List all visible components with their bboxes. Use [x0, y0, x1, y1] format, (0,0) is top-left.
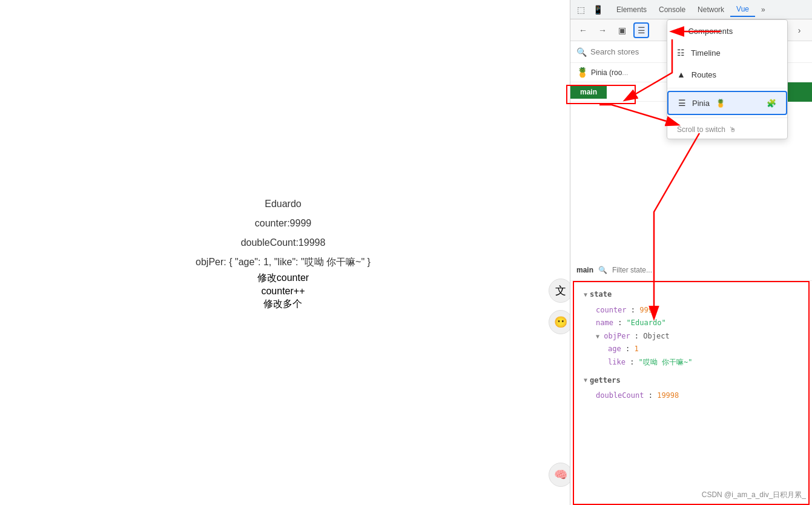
doublecount-row: doubleCount : 19998	[596, 389, 799, 403]
main-content-area: Eduardo counter:9999 doubleCount:19998 o…	[0, 0, 566, 505]
like-key: like	[608, 358, 626, 366]
age-key: age	[608, 345, 621, 353]
colon4: :	[626, 345, 634, 353]
name-key: name	[596, 319, 613, 327]
colon6: :	[649, 391, 657, 400]
forward-button[interactable]: →	[595, 22, 610, 38]
objper-row: ▼ objPer : Object	[596, 330, 799, 343]
devtools-toolbar-icons: ⬚ 📱	[574, 3, 604, 16]
pinia-menu-icon: ☰	[678, 98, 686, 108]
modify-counter-button[interactable]: 修改counter	[257, 272, 309, 285]
tab-vue[interactable]: Vue	[730, 2, 755, 17]
dropdown-menu: □ Components ☷ Timeline ▲ Routes ☰ Pinia…	[667, 19, 788, 139]
like-value: "哎呦 你干嘛~"	[639, 358, 693, 366]
state-section: ▼ state	[584, 288, 799, 302]
filter-row: main 🔍	[570, 259, 812, 281]
objper-type: Object	[643, 332, 669, 340]
counter-increment-button[interactable]: counter++	[261, 286, 305, 297]
pinia-dots: ...	[622, 68, 628, 77]
more-icon: ›	[798, 25, 801, 35]
devtools-tabs: Elements Console Network Vue »	[610, 2, 771, 17]
name-value: "Eduardo"	[627, 319, 666, 327]
colon5: :	[630, 358, 638, 366]
counter-key: counter	[596, 306, 627, 314]
state-panel: ▼ state counter : 9999 name : "Eduardo" …	[573, 281, 810, 505]
brain-icon-button[interactable]: 🧠	[549, 463, 573, 487]
back-button[interactable]: ←	[575, 22, 591, 38]
main-store-tab[interactable]: main	[570, 85, 607, 99]
list-view-button[interactable]: ☰	[633, 22, 649, 38]
routes-label: Routes	[692, 70, 716, 79]
menu-item-routes[interactable]: ▲ Routes	[667, 64, 787, 85]
components-icon: □	[677, 26, 682, 36]
brain-icon: 🧠	[554, 468, 567, 481]
scroll-to-switch-label: Scroll to switch	[677, 125, 725, 134]
timeline-label: Timeline	[691, 48, 721, 58]
objper-triangle: ▼	[596, 333, 599, 340]
like-row: like : "哎呦 你干嘛~"	[608, 356, 799, 369]
pinia-emoji-icon: 🍍	[576, 67, 589, 78]
pinia-menu-puzzle: 🧩	[767, 99, 776, 108]
name-row: name : "Eduardo"	[596, 317, 799, 330]
back-icon: ←	[579, 25, 587, 35]
state-label: state	[590, 288, 612, 302]
menu-item-timeline[interactable]: ☷ Timeline	[667, 42, 787, 64]
component-inspect-button[interactable]: ▣	[614, 22, 630, 38]
doublecount-key: doubleCount	[596, 391, 644, 400]
objper-display: objPer: { "age": 1, "like": "哎呦 你干嘛~" }	[196, 252, 371, 272]
counter-display: counter:9999	[196, 214, 371, 233]
menu-item-pinia[interactable]: ☰ Pinia 🍍 🧩	[667, 91, 787, 115]
emoji-icon-button[interactable]: 😶	[549, 310, 573, 334]
device-icon: 📱	[593, 5, 603, 15]
colon1: :	[631, 306, 639, 314]
tab-more[interactable]: »	[755, 3, 771, 16]
inspect-box-icon: ▣	[618, 25, 626, 35]
pinia-menu-label: Pinia	[692, 99, 710, 108]
state-triangle: ▼	[584, 289, 587, 300]
counter-row: counter : 9999	[596, 304, 799, 317]
components-label: Components	[688, 27, 733, 36]
device-toggle-button[interactable]: 📱	[591, 3, 604, 16]
sidebar-icons: 文 😶 🧠	[549, 279, 573, 487]
getters-section: ▼ getters	[584, 374, 799, 388]
doublecount-display: doubleCount:19998	[196, 233, 371, 252]
modify-multiple-button[interactable]: 修改多个	[263, 298, 302, 311]
getters-entries: doubleCount : 19998	[584, 389, 799, 403]
footer-credit: CSDN @i_am_a_div_日积月累_	[702, 490, 806, 500]
devtools-toolbar: ⬚ 📱 Elements Console Network Vue »	[570, 0, 812, 19]
pinia-menu-emoji: 🍍	[716, 99, 725, 108]
counter-value: 9999	[639, 306, 657, 314]
timeline-icon: ☷	[677, 48, 685, 58]
devtools-panel: ⬚ 📱 Elements Console Network Vue » ← → ▣…	[570, 0, 812, 505]
age-value: 1	[634, 345, 638, 353]
forward-icon: →	[598, 25, 607, 35]
pinia-label: Pinia (roo	[591, 68, 622, 77]
filter-search-icon: 🔍	[598, 266, 607, 274]
menu-item-components[interactable]: □ Components	[667, 20, 787, 42]
store-name-tag: main	[576, 266, 593, 274]
list-icon: ☰	[638, 25, 645, 35]
colon2: :	[618, 319, 626, 327]
inspect-element-button[interactable]: ⬚	[574, 3, 587, 16]
objper-entries: age : 1 like : "哎呦 你干嘛~"	[596, 343, 799, 369]
mouse-icon: 🖱	[729, 125, 736, 134]
emoji-face-icon: 😶	[554, 315, 567, 329]
tab-console[interactable]: Console	[653, 3, 692, 16]
cursor-icon: ⬚	[577, 5, 585, 15]
age-row: age : 1	[608, 343, 799, 356]
state-entries: counter : 9999 name : "Eduardo" ▼ objPer…	[584, 304, 799, 369]
colon3: :	[635, 332, 643, 340]
objper-key: objPer	[604, 332, 630, 340]
filter-state-input[interactable]	[612, 266, 806, 274]
getters-label: getters	[590, 374, 621, 388]
name-display: Eduardo	[196, 194, 371, 214]
routes-icon: ▲	[677, 70, 685, 79]
translate-icon-button[interactable]: 文	[549, 279, 573, 303]
state-tree: ▼ state counter : 9999 name : "Eduardo" …	[574, 282, 808, 409]
more-options-button[interactable]: ›	[791, 22, 807, 38]
search-icon: 🔍	[576, 47, 587, 57]
scroll-to-switch-row: Scroll to switch 🖱	[667, 120, 787, 139]
tab-elements[interactable]: Elements	[610, 3, 653, 16]
tab-network[interactable]: Network	[692, 3, 730, 16]
translate-icon: 文	[555, 283, 566, 298]
